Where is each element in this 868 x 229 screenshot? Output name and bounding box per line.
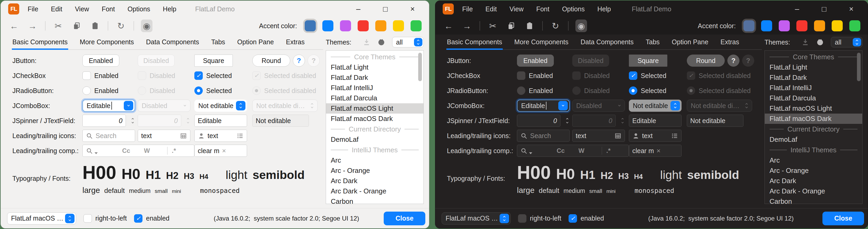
right-to-left-checkbox[interactable]: right-to-left (518, 214, 561, 223)
theme-item[interactable]: Arc Dark (326, 176, 424, 186)
menu-font[interactable]: Font (102, 5, 115, 13)
scrollbar-thumb[interactable] (857, 53, 861, 81)
close-window-button[interactable]: × (849, 5, 854, 13)
tab-data-components[interactable]: Data Components (146, 34, 199, 49)
combobox-editable[interactable]: Editable (517, 99, 569, 112)
round-button[interactable]: Round (687, 55, 725, 67)
tab-option-pane[interactable]: Option Pane (672, 34, 708, 49)
regex-toggle[interactable]: .* (606, 147, 625, 154)
theme-item[interactable]: FlatLaf macOS Light (326, 103, 424, 114)
theme-item[interactable]: Arc (765, 155, 862, 166)
search-field[interactable]: Search (83, 130, 135, 142)
theme-item[interactable]: FlatLaf Darcula (326, 93, 424, 103)
accent-swatch-orange[interactable] (375, 20, 386, 31)
search-icon[interactable] (520, 147, 527, 154)
accent-swatch-orange[interactable] (814, 20, 825, 31)
square-button[interactable]: Square (194, 55, 233, 67)
back-button[interactable]: ← (443, 20, 454, 32)
show-toggle-button[interactable]: ◉ (141, 20, 153, 32)
minimize-button[interactable]: – (356, 5, 360, 13)
tab-extras[interactable]: Extras (720, 34, 739, 49)
enabled-checkbox[interactable]: ✓enabled (568, 214, 604, 223)
tab-basic-components[interactable]: Basic Components (447, 34, 502, 49)
chevron-down-icon[interactable] (124, 101, 133, 110)
accent-swatch-purple[interactable] (779, 20, 790, 31)
tab-basic-components[interactable]: Basic Components (12, 34, 68, 49)
copy-button[interactable] (71, 20, 83, 32)
cut-button[interactable]: ✂ (487, 20, 498, 32)
match-case-toggle[interactable]: Cc (122, 147, 142, 154)
accent-swatch-yellow[interactable] (832, 20, 843, 31)
theme-item[interactable]: FlatLaf macOS Dark (326, 114, 424, 124)
menu-edit[interactable]: Edit (485, 5, 497, 13)
theme-item[interactable]: FlatLaf macOS Dark (765, 114, 862, 124)
menu-help[interactable]: Help (597, 5, 611, 13)
lookandfeel-combobox[interactable]: FlatLaf macOS D... (442, 212, 510, 225)
accent-swatch-green[interactable] (849, 20, 860, 31)
menu-view[interactable]: View (509, 5, 524, 13)
chevron-updown-icon[interactable] (853, 38, 861, 47)
forward-button[interactable]: → (27, 20, 38, 32)
theme-item[interactable]: DemoLaf (765, 134, 862, 145)
accent-swatch-red[interactable] (796, 20, 807, 31)
lookandfeel-combobox[interactable]: FlatLaf macOS Li... (7, 212, 76, 225)
accent-swatch-blue[interactable] (761, 20, 772, 31)
tab-more-components[interactable]: More Components (80, 34, 134, 49)
refresh-button[interactable]: ↻ (550, 20, 561, 32)
chevron-updown-icon[interactable] (414, 38, 423, 47)
spinner-arrows[interactable] (564, 117, 570, 124)
right-to-left-checkbox[interactable]: right-to-left (84, 214, 127, 223)
accent-swatch-default[interactable] (743, 20, 754, 31)
chevron-updown-icon[interactable] (671, 101, 680, 110)
menu-file[interactable]: File (28, 5, 38, 13)
tab-option-pane[interactable]: Option Pane (237, 34, 274, 49)
textfield-editable[interactable]: Editable (629, 115, 682, 127)
paste-button[interactable] (524, 20, 535, 32)
theme-item[interactable]: Arc Dark - Orange (765, 186, 862, 196)
spinner-field[interactable]: 0 (83, 115, 126, 127)
forward-button[interactable]: → (461, 20, 473, 32)
round-button[interactable]: Round (252, 55, 290, 67)
regex-toggle[interactable]: .* (172, 147, 191, 154)
help-button[interactable]: ? (727, 55, 740, 67)
list-icon[interactable] (671, 132, 678, 139)
github-icon[interactable] (816, 38, 824, 46)
themes-filter-combobox[interactable]: all (392, 37, 424, 48)
copy-button[interactable] (505, 20, 517, 32)
close-dialog-button[interactable]: Close (384, 211, 425, 225)
back-button[interactable]: ← (8, 20, 20, 32)
search-comp-field[interactable]: CcW.* (83, 145, 194, 157)
enabled-button[interactable]: Enabled (517, 55, 554, 67)
checkbox-selected[interactable]: ✓Selected (194, 71, 252, 80)
theme-item[interactable]: FlatLaf Dark (326, 73, 424, 83)
accent-swatch-default[interactable] (305, 20, 316, 31)
scrollbar-thumb[interactable] (418, 53, 422, 81)
menu-options[interactable]: Options (127, 5, 150, 13)
theme-item[interactable]: Arc (326, 155, 424, 166)
tab-tabs[interactable]: Tabs (646, 34, 660, 49)
textfield-editable[interactable]: Editable (194, 115, 247, 127)
combobox-not-editable[interactable]: Not editable (194, 99, 247, 112)
calendar-icon[interactable] (614, 132, 621, 139)
minimize-button[interactable]: – (795, 5, 799, 13)
menu-help[interactable]: Help (163, 5, 176, 13)
theme-item[interactable]: Arc Dark - Orange (326, 186, 424, 196)
theme-item[interactable]: FlatLaf macOS Light (765, 103, 862, 114)
text-field-person-list[interactable]: text (194, 130, 247, 142)
maximize-button[interactable]: □ (822, 5, 827, 13)
checkbox-enabled[interactable]: Enabled (83, 71, 138, 80)
theme-item[interactable]: FlatLaf IntelliJ (326, 83, 424, 93)
text-field-calendar[interactable]: text (138, 130, 190, 142)
theme-item[interactable]: Carbon (765, 196, 862, 204)
help-button[interactable]: ? (293, 55, 305, 67)
text-field-person-list[interactable]: text (629, 130, 682, 142)
search-icon[interactable] (86, 147, 93, 154)
close-dialog-button[interactable]: Close (823, 211, 864, 225)
theme-item[interactable]: FlatLaf Dark (765, 73, 862, 83)
tab-tabs[interactable]: Tabs (211, 34, 225, 49)
chevron-down-icon[interactable] (558, 101, 568, 110)
theme-item[interactable]: Carbon (326, 196, 424, 204)
accent-swatch-yellow[interactable] (393, 20, 404, 31)
enabled-checkbox[interactable]: ✓enabled (134, 214, 169, 223)
theme-item[interactable]: Arc - Orange (326, 166, 424, 176)
